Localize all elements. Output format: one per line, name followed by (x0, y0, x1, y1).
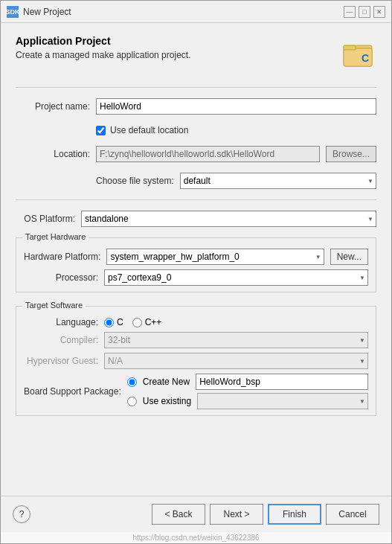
lang-c-radio[interactable] (104, 318, 114, 327)
processor-select[interactable]: ps7_cortexa9_0 (104, 269, 368, 286)
language-radio-group: C C++ (104, 317, 161, 327)
new-project-window: SDK New Project — □ ✕ Application Projec… (0, 0, 392, 544)
header-area: Application Project Create a managed mak… (16, 35, 376, 71)
hypervisor-select-wrapper: N/A (104, 353, 368, 369)
watermark: https://blog.csdn.net/weixin_43622386 (1, 532, 391, 543)
bsp-create-radio[interactable] (127, 377, 137, 387)
target-hardware-section: Target Hardware Hardware Platform: syste… (16, 237, 376, 292)
footer-buttons: < Back Next > Finish Cancel (152, 504, 379, 525)
titlebar-left: SDK New Project (7, 6, 71, 18)
bsp-existing-label: Use existing (143, 396, 191, 406)
bsp-existing-select[interactable] (197, 393, 368, 409)
target-software-section: Target Software Language: C C++ (16, 306, 376, 416)
project-name-label: Project name: (16, 101, 90, 112)
close-button[interactable]: ✕ (373, 6, 385, 18)
language-label: Language: (24, 317, 98, 327)
location-row: Location: Browse... (16, 146, 376, 162)
browse-button[interactable]: Browse... (326, 146, 376, 162)
lang-cpp-label: C++ (145, 317, 162, 327)
hardware-platform-select[interactable]: system_wrapper_hw_platform_0 (106, 249, 324, 265)
hardware-platform-select-wrapper: system_wrapper_hw_platform_0 (106, 249, 324, 265)
processor-label: Processor: (24, 272, 98, 283)
compiler-select[interactable]: 32-bit (104, 332, 368, 348)
back-button[interactable]: < Back (152, 504, 205, 525)
compiler-select-wrapper: 32-bit (104, 332, 368, 348)
sdk-icon: SDK (7, 6, 19, 18)
titlebar: SDK New Project — □ ✕ (1, 1, 391, 23)
header-divider (16, 87, 376, 88)
titlebar-controls: — □ ✕ (344, 6, 385, 18)
hardware-platform-row: Hardware Platform: system_wrapper_hw_pla… (24, 249, 368, 265)
target-hardware-title: Target Hardware (22, 232, 89, 241)
os-platform-row: OS Platform: standalone (16, 211, 376, 227)
cancel-button[interactable]: Cancel (326, 504, 379, 525)
target-software-content: Language: C C++ Compiler: (24, 317, 368, 409)
bsp-row: Board Support Package: Create New Use ex… (24, 374, 368, 409)
location-label: Location: (16, 149, 90, 159)
hypervisor-row: Hypervisor Guest: N/A (24, 353, 368, 369)
project-name-input[interactable] (96, 98, 376, 115)
new-hardware-button[interactable]: New... (330, 249, 368, 265)
project-name-row: Project name: (16, 98, 376, 115)
dialog-footer: ? < Back Next > Finish Cancel (1, 496, 391, 532)
target-software-title: Target Software (22, 301, 86, 310)
hypervisor-select[interactable]: N/A (104, 353, 368, 369)
bsp-create-label: Create New (143, 377, 190, 387)
bsp-name-input[interactable] (196, 374, 368, 390)
use-default-checkbox[interactable] (96, 126, 106, 135)
file-system-label: Choose file system: (96, 176, 174, 186)
lang-c-label: C (117, 317, 123, 327)
target-hardware-content: Hardware Platform: system_wrapper_hw_pla… (24, 249, 368, 286)
header-text: Application Project Create a managed mak… (16, 35, 190, 60)
folder-c-icon: C (341, 35, 376, 71)
dialog-content: Application Project Create a managed mak… (1, 23, 391, 496)
bsp-label: Board Support Package: (24, 386, 121, 397)
dialog-title: Application Project (16, 35, 190, 47)
compiler-label: Compiler: (24, 335, 98, 345)
svg-text:C: C (362, 52, 369, 64)
os-platform-label: OS Platform: (16, 214, 75, 224)
bsp-existing-select-wrapper (197, 393, 368, 409)
os-platform-select-wrapper: standalone (81, 211, 376, 227)
lang-cpp-option: C++ (132, 317, 162, 327)
location-input[interactable] (96, 146, 320, 162)
use-default-label: Use default location (110, 125, 188, 135)
svg-rect-2 (344, 45, 356, 50)
lang-cpp-radio[interactable] (132, 318, 142, 327)
hypervisor-label: Hypervisor Guest: (24, 356, 98, 366)
window-title: New Project (23, 7, 71, 17)
dialog-subtitle: Create a managed make application projec… (16, 50, 190, 60)
bsp-existing-radio[interactable] (127, 397, 137, 406)
compiler-row: Compiler: 32-bit (24, 332, 368, 348)
file-system-row: Choose file system: default (96, 173, 376, 189)
maximize-button[interactable]: □ (359, 6, 370, 18)
file-system-select-wrapper: default (180, 173, 376, 189)
lang-c-option: C (104, 317, 123, 327)
bsp-use-existing-option: Use existing (127, 393, 368, 409)
use-default-location-row: Use default location (96, 125, 376, 135)
bsp-options: Create New Use existing (127, 374, 368, 409)
file-system-select[interactable]: default (180, 173, 376, 189)
help-button[interactable]: ? (13, 505, 30, 523)
hardware-platform-label: Hardware Platform: (24, 252, 100, 262)
os-platform-select[interactable]: standalone (81, 211, 376, 227)
bsp-create-new-option: Create New (127, 374, 368, 390)
processor-row: Processor: ps7_cortexa9_0 (24, 269, 368, 286)
section-divider-1 (16, 199, 376, 200)
processor-select-wrapper: ps7_cortexa9_0 (104, 269, 368, 286)
next-button[interactable]: Next > (210, 504, 263, 525)
minimize-button[interactable]: — (344, 6, 356, 18)
language-row: Language: C C++ (24, 317, 368, 327)
finish-button[interactable]: Finish (268, 504, 321, 525)
